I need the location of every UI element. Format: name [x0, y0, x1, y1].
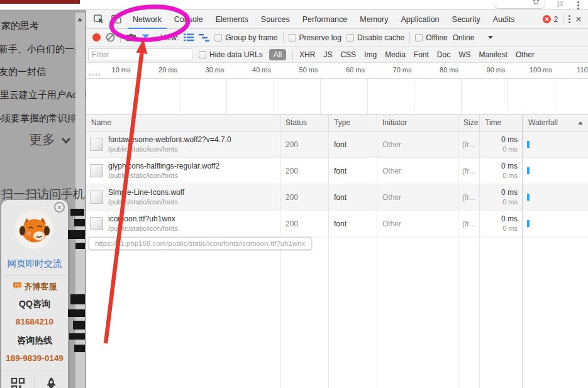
- request-name: Simple-Line-Icons.woff: [108, 188, 184, 197]
- ruler-tick: 90 ms: [461, 63, 508, 78]
- devtools-more-icon[interactable]: [569, 15, 570, 23]
- ruler-tick: 10 ms: [86, 63, 133, 78]
- service-link[interactable]: 齐博客服: [1, 281, 68, 292]
- scroll-up-icon[interactable]: [77, 18, 82, 21]
- request-type: font: [329, 131, 377, 157]
- column-header-name[interactable]: Name: [86, 115, 280, 131]
- request-size: (fr...: [458, 131, 480, 157]
- sidebar-item[interactable]: 友的一封信: [0, 66, 46, 78]
- filter-type-manifest[interactable]: Manifest: [479, 50, 508, 59]
- browser-menu-icon[interactable]: [577, 1, 579, 9]
- tab-security[interactable]: Security: [446, 10, 487, 29]
- request-size: (fr...: [458, 158, 480, 184]
- table-row[interactable]: Simple-Line-Icons.woff /public/static/ic…: [86, 184, 588, 211]
- file-icon: [90, 138, 103, 151]
- filter-type-all[interactable]: All: [269, 49, 286, 60]
- ruler-tick: 60 ms: [321, 63, 368, 78]
- sidebar-item[interactable]: 家的思考: [1, 20, 39, 32]
- dropdown-arrow-icon[interactable]: [488, 36, 493, 39]
- throttling-select[interactable]: Online: [453, 33, 475, 42]
- disable-cache-checkbox[interactable]: [347, 34, 354, 42]
- request-type: font: [329, 158, 377, 184]
- inspect-element-icon[interactable]: [91, 12, 106, 27]
- error-count-badge[interactable]: 2: [543, 15, 558, 24]
- filter-type-media[interactable]: Media: [385, 50, 406, 59]
- clear-icon[interactable]: [106, 33, 115, 42]
- network-filter-bar: Hide data URLs All XHR JS CSS Img Media …: [86, 47, 588, 63]
- hide-data-urls-checkbox[interactable]: [199, 51, 206, 58]
- column-header-initiator[interactable]: Initiator: [377, 115, 458, 131]
- view-label: View:: [160, 33, 179, 42]
- tab-console[interactable]: Console: [168, 10, 209, 29]
- table-row[interactable]: icomoon.ttf?uh1wnx /public/static/icon/f…: [86, 211, 588, 237]
- disable-cache-toggle[interactable]: Disable cache: [347, 33, 404, 42]
- filter-type-css[interactable]: CSS: [340, 50, 356, 59]
- sidebar-item[interactable]: 必须要掌握的常识排: [0, 113, 77, 125]
- timeline-ruler[interactable]: 10 ms 20 ms 30 ms 40 ms 50 ms 60 ms 70 m…: [86, 63, 588, 79]
- request-time: 0 ms: [501, 135, 518, 145]
- filter-type-xhr[interactable]: XHR: [299, 50, 315, 59]
- tab-application[interactable]: Application: [394, 10, 445, 29]
- filter-type-doc[interactable]: Doc: [437, 50, 450, 59]
- tab-network[interactable]: Network: [126, 10, 168, 29]
- request-time: 0 ms: [501, 162, 518, 171]
- tab-sources[interactable]: Sources: [255, 10, 296, 29]
- more-label: 更多: [29, 131, 55, 148]
- more-link[interactable]: 更多: [29, 131, 71, 148]
- capture-screenshots-icon[interactable]: [126, 33, 136, 42]
- filter-type-img[interactable]: Img: [364, 50, 377, 59]
- sidebar-item[interactable]: 里云建立子用户Acce: [0, 89, 86, 101]
- filter-funnel-icon[interactable]: [141, 34, 150, 42]
- column-header-waterfall[interactable]: Waterfall: [523, 115, 588, 131]
- divider: [120, 33, 121, 43]
- offline-checkbox[interactable]: [415, 34, 423, 42]
- filter-type-other[interactable]: Other: [516, 50, 535, 59]
- ruler-tick: 80 ms: [414, 63, 462, 78]
- offline-label: Offline: [426, 33, 447, 42]
- waterfall-label: Waterfall: [528, 115, 558, 131]
- column-header-time[interactable]: Time: [480, 115, 523, 131]
- table-row[interactable]: glyphicons-halflings-regular.woff2 /publ…: [86, 158, 588, 184]
- bookmark-star-icon[interactable]: [532, 0, 540, 8]
- column-header-status[interactable]: Status: [280, 115, 329, 131]
- preserve-log-label: Preserve log: [299, 33, 341, 42]
- filter-type-font[interactable]: Font: [414, 50, 429, 59]
- url-tooltip: https://x1.php168.com/public/static/icon…: [88, 237, 312, 250]
- ruler-tick: 50 ms: [274, 63, 321, 78]
- preserve-log-checkbox[interactable]: [289, 34, 296, 42]
- record-button[interactable]: [92, 33, 101, 42]
- waterfall-view-icon[interactable]: [199, 34, 209, 42]
- offline-toggle[interactable]: Offline: [415, 33, 447, 42]
- tab-audits[interactable]: Audits: [487, 10, 521, 29]
- ruler-handle: [89, 74, 100, 75]
- network-toolbar: View: Group by frame Preserve log Disabl…: [86, 29, 588, 47]
- divider: [283, 33, 284, 43]
- filter-type-js[interactable]: JS: [323, 50, 332, 59]
- column-header-type[interactable]: Type: [329, 115, 377, 131]
- qq-number: 81684210: [1, 317, 68, 326]
- device-toolbar-icon[interactable]: [109, 12, 124, 27]
- extension-icon[interactable]: [557, 1, 564, 11]
- rocket-icon[interactable]: [35, 377, 69, 388]
- column-header-size[interactable]: Size: [458, 115, 480, 131]
- request-latency: 0 ms: [502, 197, 518, 206]
- qr-icon[interactable]: [1, 377, 35, 388]
- tab-elements[interactable]: Elements: [209, 10, 255, 29]
- panel-close-button[interactable]: ×: [54, 202, 65, 213]
- filter-input[interactable]: [88, 48, 192, 60]
- list-view-icon[interactable]: [184, 33, 194, 42]
- waterfall-bar: [527, 167, 530, 174]
- group-by-frame-toggle[interactable]: Group by frame: [214, 33, 277, 42]
- group-by-frame-checkbox[interactable]: [214, 34, 222, 42]
- table-row[interactable]: fontawesome-webfont.woff2?v=4.7.0 /publi…: [86, 131, 588, 158]
- sidebar-item[interactable]: 新手、小白们的一些: [0, 43, 84, 55]
- screenshot-root: 家的思考 新手、小白们的一些 友的一封信 里云建立子用户Acce 必须要掌握的常…: [0, 0, 588, 388]
- preserve-log-toggle[interactable]: Preserve log: [289, 33, 341, 42]
- tab-performance[interactable]: Performance: [296, 10, 354, 29]
- request-name: icomoon.ttf?uh1wnx: [108, 214, 178, 224]
- hide-data-urls-toggle[interactable]: Hide data URLs: [199, 50, 263, 59]
- tab-memory[interactable]: Memory: [353, 10, 394, 29]
- web-chat-link[interactable]: 网页即时交流: [1, 258, 68, 270]
- devtools-close-icon[interactable]: ×: [575, 14, 582, 25]
- filter-type-ws[interactable]: WS: [458, 50, 470, 59]
